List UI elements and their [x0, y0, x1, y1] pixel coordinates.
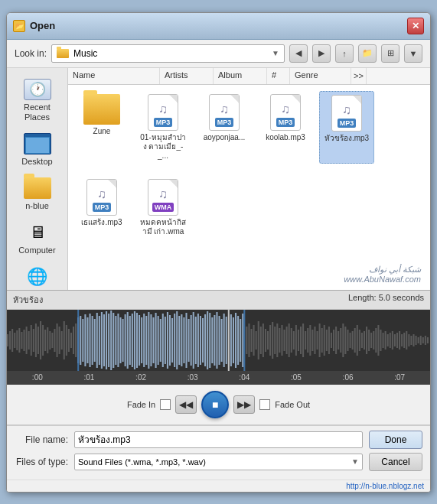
open-dialog: 📂 Open ✕ Look in: Music ▼ ◀ ▶ ↑ 📁 ⊞ ▼ 🕐 … — [6, 12, 431, 493]
forward-button[interactable]: ▶ — [312, 44, 331, 63]
svg-rect-180 — [425, 336, 426, 345]
svg-rect-112 — [265, 329, 266, 352]
new-folder-button[interactable]: 📁 — [358, 44, 377, 63]
svg-rect-78 — [188, 319, 190, 362]
music-note-icon-5: ♫ — [97, 187, 106, 201]
time-mark-0: :00 — [11, 373, 64, 382]
waveform-canvas[interactable] — [7, 310, 430, 371]
fast-forward-button[interactable]: ▶▶ — [233, 395, 255, 414]
status-bar: http://n-blue.nblogz.net — [7, 480, 430, 492]
svg-rect-158 — [373, 331, 374, 350]
svg-rect-131 — [309, 325, 311, 356]
fade-out-checkbox[interactable] — [259, 399, 270, 410]
waveform-timeline: :00 :01 :02 :03 :04 :05 :06 :07 — [7, 371, 430, 385]
svg-rect-172 — [406, 331, 407, 350]
dialog-title: Open — [30, 20, 55, 31]
col-header-artists[interactable]: Artists — [160, 68, 214, 84]
svg-rect-138 — [326, 330, 328, 351]
svg-rect-67 — [162, 314, 164, 367]
mp3-badge-4: MP3 — [338, 119, 357, 128]
sidebar-item-nblue-label: n-blue — [25, 201, 49, 211]
view-dropdown-button[interactable]: ▼ — [404, 44, 422, 63]
filename-row: File name: Done — [15, 431, 422, 449]
svg-rect-89 — [214, 315, 215, 366]
svg-rect-168 — [396, 333, 398, 348]
back-button[interactable]: ◀ — [289, 44, 308, 63]
mp3-badge-5: MP3 — [93, 203, 112, 212]
svg-rect-155 — [366, 327, 367, 354]
svg-rect-80 — [193, 312, 194, 369]
svg-rect-10 — [28, 331, 30, 350]
bottom-bar: File name: Done Files of type: Sound Fil… — [7, 425, 430, 480]
svg-rect-49 — [119, 317, 121, 363]
svg-rect-13 — [35, 324, 37, 357]
svg-rect-117 — [276, 324, 278, 357]
svg-rect-166 — [392, 331, 393, 350]
svg-rect-1 — [7, 334, 8, 346]
file-item-6[interactable]: ♫ WMA หมดคหน้ากิสามี เก่า.wma — [135, 176, 191, 239]
col-header-number[interactable]: # — [267, 68, 290, 84]
look-in-label: Look in: — [15, 48, 47, 59]
svg-rect-70 — [169, 315, 171, 366]
col-header-album[interactable]: Album — [214, 68, 267, 84]
file-item-1[interactable]: ♫ MP3 01-หมุมสำปาง ตามเมีย_-_... — [135, 91, 191, 164]
close-button[interactable]: ✕ — [407, 18, 424, 34]
svg-rect-111 — [263, 324, 264, 357]
file-name-input[interactable] — [74, 431, 363, 448]
col-header-genre[interactable]: Genre — [290, 68, 351, 84]
col-header-more[interactable]: >> — [351, 68, 367, 84]
svg-rect-116 — [274, 327, 276, 354]
file-item-2-label: aoyponjaa... — [204, 133, 246, 142]
transport-bar: Fade In ◀◀ ■ ▶▶ Fade Out — [7, 385, 430, 425]
file-item-zune[interactable]: Zune — [74, 91, 129, 164]
svg-rect-115 — [272, 322, 273, 359]
fade-out-label: Fade Out — [275, 400, 310, 409]
cancel-button[interactable]: Cancel — [369, 453, 422, 471]
file-item-4[interactable]: ♫ MP3 หัวขร้อง.mp3 — [319, 91, 374, 164]
svg-rect-124 — [293, 331, 295, 350]
svg-rect-76 — [183, 317, 184, 363]
sidebar-item-recent[interactable]: 🕐 Recent Places — [10, 74, 65, 127]
file-item-2[interactable]: ♫ MP3 aoyponjaa... — [197, 91, 252, 164]
svg-rect-171 — [403, 333, 405, 348]
look-in-value: Music — [73, 48, 267, 59]
svg-rect-60 — [145, 316, 147, 365]
svg-rect-30 — [75, 324, 77, 357]
file-type-select[interactable]: Sound Files (*.wma, *.mp3, *.wav) ▼ — [74, 454, 363, 470]
svg-rect-68 — [165, 317, 166, 364]
svg-rect-34 — [84, 314, 86, 366]
desktop-icon — [24, 133, 51, 154]
svg-rect-11 — [31, 325, 32, 356]
music-note-icon-1: ♫ — [158, 102, 168, 116]
svg-rect-121 — [286, 327, 288, 354]
svg-rect-125 — [295, 325, 297, 356]
sidebar-item-computer[interactable]: 🖥 Computer — [10, 217, 65, 260]
col-header-name[interactable]: Name — [68, 68, 160, 84]
file-item-3[interactable]: ♫ MP3 koolab.mp3 — [258, 91, 313, 164]
file-item-4-label: หัวขร้อง.mp3 — [324, 134, 369, 143]
view-button[interactable]: ⊞ — [381, 44, 399, 63]
sidebar: 🕐 Recent Places Desktop n-blue 🖥 Compute… — [7, 68, 68, 290]
svg-rect-175 — [413, 334, 414, 346]
up-button[interactable]: ↑ — [335, 44, 354, 63]
svg-rect-63 — [152, 317, 154, 363]
stop-button[interactable]: ■ — [201, 391, 229, 418]
svg-rect-18 — [47, 327, 48, 353]
fade-in-checkbox[interactable] — [160, 399, 171, 410]
folder-icon — [57, 49, 69, 58]
sidebar-item-desktop[interactable]: Desktop — [10, 128, 65, 171]
file-item-5[interactable]: ♫ MP3 เธแสร้ง.mp3 — [74, 176, 129, 239]
time-mark-1: :01 — [64, 373, 116, 382]
look-in-select[interactable]: Music ▼ — [51, 44, 285, 63]
svg-rect-57 — [139, 315, 140, 366]
done-button[interactable]: Done — [369, 431, 422, 449]
svg-rect-45 — [110, 311, 112, 370]
svg-rect-145 — [342, 324, 344, 357]
svg-rect-157 — [370, 333, 372, 348]
svg-rect-65 — [158, 316, 159, 365]
rewind-button[interactable]: ◀◀ — [175, 395, 197, 414]
svg-rect-150 — [354, 328, 356, 353]
sidebar-item-nblue[interactable]: n-blue — [10, 173, 65, 216]
svg-rect-72 — [174, 314, 175, 367]
nblue-folder-icon — [24, 177, 51, 199]
